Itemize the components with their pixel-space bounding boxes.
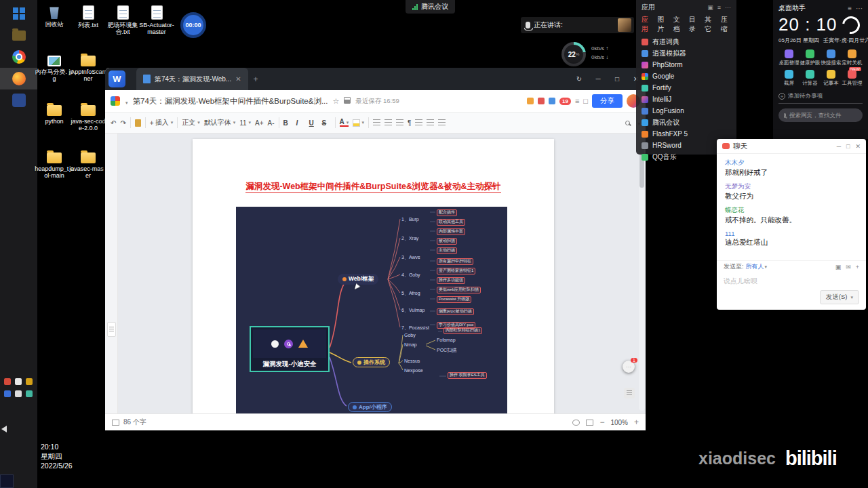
shortcut-shutdown-timer[interactable]: 定时关机 xyxy=(842,49,863,66)
new-tab-button[interactable]: + xyxy=(254,75,258,84)
fullscreen-icon[interactable] xyxy=(586,420,593,426)
page-view-icon[interactable] xyxy=(572,420,580,426)
tray-icon[interactable] xyxy=(26,378,33,385)
align-center-icon[interactable] xyxy=(427,119,434,126)
tab-apps[interactable]: 应用 xyxy=(642,15,652,34)
desktop-icon-folder[interactable]: SB-Actuator- master xyxy=(137,5,176,36)
zoom-in-button[interactable]: + xyxy=(634,418,639,427)
minimized-console-window[interactable] xyxy=(0,474,14,488)
app-list-item[interactable]: FlashFXP 5 xyxy=(642,128,731,140)
assistant-search-box[interactable] xyxy=(778,108,863,122)
zoom-out-button[interactable]: − xyxy=(599,418,604,427)
tab-pictures[interactable]: 图片 xyxy=(657,15,667,34)
bold-button[interactable]: B xyxy=(283,119,292,127)
shortcut-tool-manager[interactable]: 工具管理NEW xyxy=(842,70,863,87)
tab-archives[interactable]: 压缩 xyxy=(721,15,731,34)
line-spacing-icon[interactable] xyxy=(438,119,446,126)
grow-font-button[interactable]: A+ xyxy=(255,119,264,127)
send-to-select[interactable]: 所有人 xyxy=(746,262,768,271)
settings-icon[interactable]: ··· xyxy=(856,5,863,12)
find-icon[interactable] xyxy=(625,121,630,125)
vip-icon[interactable] xyxy=(538,98,545,104)
insert-menu[interactable]: +插入 xyxy=(150,118,173,127)
desktop-icon-file[interactable]: 列表.txt xyxy=(68,5,108,28)
menu-icon[interactable]: ≡ xyxy=(848,5,852,12)
outline-view-icon[interactable] xyxy=(112,420,119,426)
taskbar-folder-button[interactable] xyxy=(0,24,37,46)
reader-mode-icon[interactable]: □ xyxy=(583,97,588,105)
shrink-font-button[interactable]: A- xyxy=(268,119,275,127)
font-color-button[interactable]: A xyxy=(340,119,349,127)
format-painter-button[interactable] xyxy=(135,119,141,127)
shortcut-eye-protection[interactable]: 健康护眼 xyxy=(800,49,821,66)
tab-others[interactable]: 其它 xyxy=(705,15,715,34)
taskbar-chrome-button[interactable] xyxy=(0,46,37,68)
number-list-icon[interactable] xyxy=(384,119,392,126)
vertical-scrollbar[interactable] xyxy=(639,136,645,411)
tray-icon[interactable] xyxy=(26,390,33,397)
taskbar-active-app-button[interactable] xyxy=(0,68,37,89)
strikethrough-button[interactable]: S xyxy=(322,119,331,127)
app-list-item[interactable]: PhpStorm xyxy=(642,59,731,70)
app-list-item[interactable]: 腾讯会议 xyxy=(642,117,731,128)
add-todo-row[interactable]: + 添加待办事项 xyxy=(778,92,863,104)
home-menu-icon[interactable] xyxy=(111,96,120,106)
minimize-button[interactable]: ─ xyxy=(589,68,608,90)
shortcut-quick-search[interactable]: 快捷搜索 xyxy=(821,49,842,66)
app-list-item[interactable]: IntelliJ xyxy=(642,94,731,105)
chat-input[interactable] xyxy=(724,277,859,285)
more-icon[interactable]: ··· xyxy=(725,4,731,11)
app-list-item[interactable]: 有道词典 xyxy=(642,36,731,47)
save-icon[interactable] xyxy=(344,97,351,105)
font-size-select[interactable]: 11 xyxy=(239,119,251,127)
performance-gauge[interactable]: 22% xyxy=(561,42,586,66)
cloud-icon[interactable] xyxy=(549,98,555,104)
close-button[interactable]: ✕ xyxy=(855,143,861,150)
tray-icon[interactable] xyxy=(15,378,22,385)
send-button[interactable]: 发送(S) xyxy=(820,290,859,304)
star-icon[interactable]: ☆ xyxy=(333,97,340,106)
minimize-button[interactable]: ─ xyxy=(837,143,841,150)
tab-close-icon[interactable]: ✕ xyxy=(235,75,241,83)
document-tab[interactable]: 第74天：漏洞发现-Web... ✕ xyxy=(136,68,248,90)
tab-directories[interactable]: 目录 xyxy=(689,15,699,34)
wps-document-page[interactable]: 漏洞发现-Web框架中间件插件&BurpSuite&浏览器&被动&主动探针 xyxy=(193,139,554,413)
wps-titlebar[interactable]: W 第74天：漏洞发现-Web... ✕ + ↻ ─ □ ✕ xyxy=(105,68,646,90)
redo-button[interactable]: ↷ xyxy=(120,119,125,127)
app-list-item[interactable]: Google xyxy=(642,70,731,82)
volume-icon[interactable] xyxy=(1,426,7,432)
tray-icon[interactable] xyxy=(15,390,22,397)
notification-badge[interactable]: 19 xyxy=(559,98,571,105)
underline-button[interactable]: U xyxy=(309,119,318,127)
search-input[interactable] xyxy=(789,112,857,119)
app-list-item[interactable]: Fortify xyxy=(642,82,731,94)
shortcut-calculator[interactable]: 计算器 xyxy=(800,70,821,87)
meeting-timer-button[interactable]: 00:00 xyxy=(180,12,206,38)
member-icon[interactable] xyxy=(527,98,534,104)
app-list-item[interactable]: 逍遥模拟器 xyxy=(642,47,731,59)
add-person-icon[interactable]: + xyxy=(856,264,859,270)
refresh-icon[interactable]: ↻ xyxy=(570,68,589,90)
mindmap-image[interactable]: 漏洞发现-小迪安全 Web/框架 1、Burp 2、Xray 3、Awvs 4、… xyxy=(236,207,507,413)
clipboard-icon[interactable]: ▣ xyxy=(835,264,842,270)
menu-icon[interactable]: ≡ xyxy=(575,97,579,105)
taskbar-app-button[interactable] xyxy=(0,89,37,111)
align-left-icon[interactable] xyxy=(415,119,422,126)
paragraph-mark-icon[interactable]: ¶ xyxy=(408,119,411,127)
mail-icon[interactable]: ✉ xyxy=(846,264,851,270)
desktop-icon-folder[interactable]: AppInfoScan ner xyxy=(68,56,108,83)
home-menu-caret[interactable] xyxy=(125,95,128,107)
shortcut-screenshot[interactable]: 截屏 xyxy=(778,70,800,87)
tray-icon[interactable] xyxy=(4,378,11,385)
maximize-button[interactable]: □ xyxy=(608,68,627,90)
italic-button[interactable]: I xyxy=(296,119,305,127)
windows-start-button[interactable] xyxy=(0,3,37,24)
maximize-button[interactable]: □ xyxy=(846,143,850,150)
desktop-icon-folder[interactable]: javasec-mas ter xyxy=(68,152,108,180)
highlight-button[interactable] xyxy=(353,119,365,127)
checklist-icon[interactable] xyxy=(396,119,403,126)
tab-documents[interactable]: 文档 xyxy=(673,15,684,34)
outline-tab-button[interactable] xyxy=(107,322,116,337)
tray-icon[interactable] xyxy=(4,390,11,397)
app-list-item[interactable]: LogFusion xyxy=(642,105,731,117)
